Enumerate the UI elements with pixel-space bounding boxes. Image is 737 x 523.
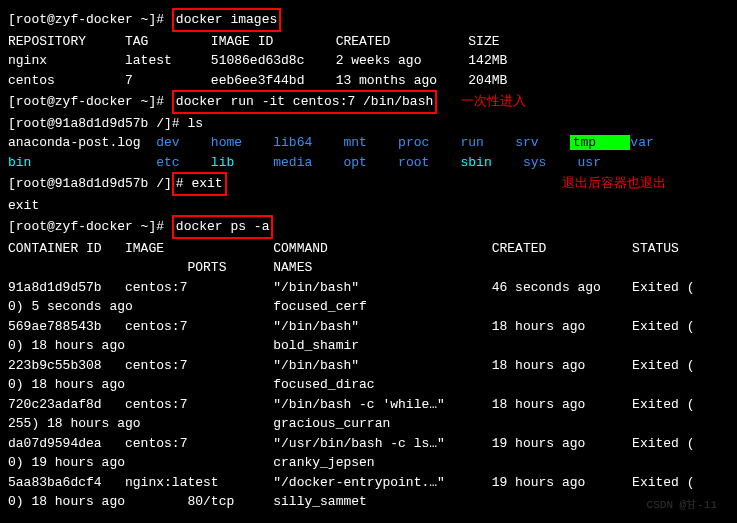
ls-item: proc [398,135,460,150]
ls-item: etc [156,155,211,170]
terminal-line: 0) 18 hours ago 80/tcp silly_sammet [8,492,729,512]
terminal-line: [root@zyf-docker ~]# docker ps -a [8,215,729,239]
ls-item: lib64 [273,135,343,150]
ls-item: sbin [461,155,523,170]
terminal-line: PORTS NAMES [8,258,729,278]
ls-item: bin [8,155,156,170]
terminal-line: CONTAINER ID IMAGE COMMAND CREATED STATU… [8,239,729,259]
ls-item: usr [578,155,617,170]
terminal-line: [root@91a8d1d9d57b /]# exit 退出后容器也退出 [8,172,729,196]
terminal-line: 720c23adaf8d centos:7 "/bin/bash -c 'whi… [8,395,729,415]
annotation-enter: 一次性进入 [461,94,526,109]
ls-item: run [461,135,516,150]
ls-item: dev [156,135,211,150]
terminal-line: 255) 18 hours ago gracious_curran [8,414,729,434]
ls-item: mnt [343,135,398,150]
terminal-line: 0) 5 seconds ago focused_cerf [8,297,729,317]
terminal-line: da07d9594dea centos:7 "/usr/bin/bash -c … [8,434,729,454]
exit-output: exit [8,198,39,213]
ls-item: anaconda-post.log [8,135,156,150]
watermark: CSDN @甘-11 [647,497,717,514]
ps-header: CONTAINER ID IMAGE COMMAND CREATED STATU… [8,241,679,256]
terminal-line: exit [8,196,729,216]
terminal-line: 0) 18 hours ago focused_dirac [8,375,729,395]
prompt: [root@91a8d1d9d57b /]# [8,116,187,131]
images-row: nginx latest 51086ed63d8c 2 weeks ago 14… [8,53,507,68]
ls-item: lib [211,155,273,170]
ls-item: media [273,155,343,170]
ps-row-cont: 0) 18 hours ago focused_dirac [8,377,375,392]
terminal-line: 223b9c55b308 centos:7 "/bin/bash" 18 hou… [8,356,729,376]
ls-item: sys [523,155,578,170]
images-header: REPOSITORY TAG IMAGE ID CREATED SIZE [8,34,499,49]
ps-row-cont: 0) 18 hours ago bold_shamir [8,338,359,353]
ps-row: 5aa83ba6dcf4 nginx:latest "/docker-entry… [8,475,695,490]
terminal-line: 91a8d1d9d57b centos:7 "/bin/bash" 46 sec… [8,278,729,298]
terminal-line: 569ae788543b centos:7 "/bin/bash" 18 hou… [8,317,729,337]
terminal-line: nginx latest 51086ed63d8c 2 weeks ago 14… [8,51,729,71]
prompt: [root@zyf-docker ~]# [8,94,172,109]
ls-item: root [398,155,460,170]
ps-row: 569ae788543b centos:7 "/bin/bash" 18 hou… [8,319,695,334]
terminal-line: [root@91a8d1d9d57b /]# ls [8,114,729,134]
terminal-line: 5aa83ba6dcf4 nginx:latest "/docker-entry… [8,473,729,493]
ps-row: 720c23adaf8d centos:7 "/bin/bash -c 'whi… [8,397,695,412]
terminal-line: 0) 19 hours ago cranky_jepsen [8,453,729,473]
terminal-line: REPOSITORY TAG IMAGE ID CREATED SIZE [8,32,729,52]
cmd-docker-ps[interactable]: docker ps -a [172,215,274,239]
ls-item: srv [515,135,570,150]
ls-item: home [211,135,273,150]
terminal-line: [root@zyf-docker ~]# docker run -it cent… [8,90,729,114]
ps-header2: PORTS NAMES [8,260,312,275]
spacer [437,94,460,109]
annotation-exit: 退出后容器也退出 [562,176,666,191]
spacer [227,176,562,191]
prompt: [root@zyf-docker ~]# [8,219,172,234]
ps-row: da07d9594dea centos:7 "/usr/bin/bash -c … [8,436,695,451]
cmd-exit[interactable]: # exit [172,172,227,196]
terminal-line: 0) 18 hours ago bold_shamir [8,336,729,356]
prompt: [root@91a8d1d9d57b /] [8,176,172,191]
ps-row-cont: 255) 18 hours ago gracious_curran [8,416,390,431]
ls-row: anaconda-post.log dev home lib64 mnt pro… [8,133,729,153]
ls-item: tmp [570,135,631,150]
ls-item: var [630,135,669,150]
terminal-line: [root@zyf-docker ~]# docker images [8,8,729,32]
prompt: [root@zyf-docker ~]# [8,12,172,27]
ps-row: 223b9c55b308 centos:7 "/bin/bash" 18 hou… [8,358,695,373]
ls-item: opt [343,155,398,170]
ps-row-cont: 0) 18 hours ago 80/tcp silly_sammet [8,494,367,509]
ps-row: 91a8d1d9d57b centos:7 "/bin/bash" 46 sec… [8,280,695,295]
cmd-docker-images[interactable]: docker images [172,8,281,32]
images-row: centos 7 eeb6ee3f44bd 13 months ago 204M… [8,73,507,88]
ls-row: bin etc lib media opt root sbin sys usr [8,153,729,173]
ps-row-cont: 0) 5 seconds ago focused_cerf [8,299,367,314]
cmd-ls[interactable]: ls [187,116,203,131]
ps-row-cont: 0) 19 hours ago cranky_jepsen [8,455,375,470]
terminal-line: centos 7 eeb6ee3f44bd 13 months ago 204M… [8,71,729,91]
cmd-docker-run[interactable]: docker run -it centos:7 /bin/bash [172,90,437,114]
